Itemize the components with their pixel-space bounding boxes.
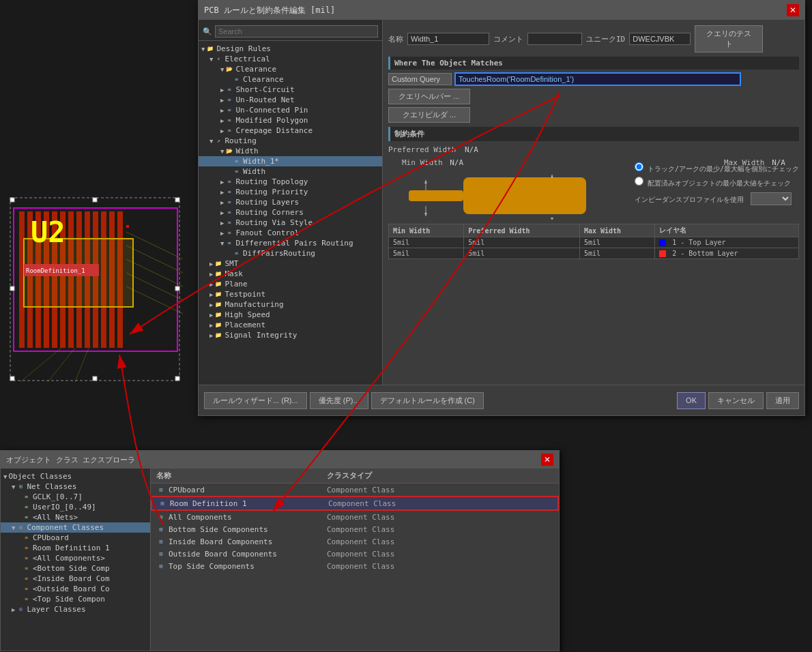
- explorer-tree-object-classes[interactable]: ▼ Object Classes: [1, 471, 150, 481]
- explorer-tree-all-nets[interactable]: ≡ <All Nets>: [1, 512, 150, 522]
- tree-item-via-style[interactable]: ▶ ≡ Routing Via Style: [199, 218, 382, 228]
- tree-item-manufacturing[interactable]: ▶ 📁 Manufacturing: [199, 299, 382, 310]
- row-grid-icon: ⊞: [156, 561, 166, 571]
- tree-item-modified-polygon[interactable]: ▶ ≡ Modified Polygon: [199, 115, 382, 125]
- rule-icon: ≡: [225, 86, 233, 94]
- explorer-tree-room-def[interactable]: ≡ Room Definition 1: [1, 543, 150, 553]
- expand-arrow: ▶: [220, 117, 224, 124]
- tree-item-design-rules[interactable]: ▼ 📁 Design Rules: [199, 44, 382, 54]
- explorer-tree-inside-board[interactable]: ≡ <Inside Board Com: [1, 574, 150, 584]
- svg-rect-19: [10, 286, 14, 291]
- expand-arrow: ▼: [209, 56, 213, 63]
- explorer-tree-cpuboard[interactable]: ≡ CPUboard: [1, 533, 150, 543]
- tree-item-electrical[interactable]: ▼ ⚡ Electrical: [199, 54, 382, 64]
- explorer-body: ▼ Object Classes ▼ ⊞ Net Classes ≡ GCLK_…: [1, 469, 559, 651]
- test-query-button[interactable]: クエリのテスト: [695, 25, 763, 53]
- tree-item-clearance[interactable]: ≡ Clearance: [199, 74, 382, 85]
- explorer-row-all-components[interactable]: ⊞ All Components Component Class: [151, 511, 559, 523]
- tree-label: Routing Via Style: [235, 218, 313, 227]
- explorer-tree-component-classes[interactable]: ▼ ⊞ Component Classes: [1, 522, 150, 533]
- default-rule-button[interactable]: デフォルトルールを作成 (C): [371, 392, 484, 409]
- ok-button[interactable]: OK: [677, 392, 706, 409]
- row1-pref: 5mil: [464, 237, 580, 248]
- explorer-tree-outside-board[interactable]: ≡ <Outside Board Co: [1, 584, 150, 594]
- uniqueid-input[interactable]: [629, 33, 691, 45]
- tree-item-routing-topology[interactable]: ▶ ≡ Routing Topology: [199, 177, 382, 187]
- tree-item-clearance-group[interactable]: ▼ 📂 Clearance: [199, 64, 382, 74]
- tree-item-smt[interactable]: ▶ 📁 SMT: [199, 258, 382, 269]
- row2-max: 5mil: [579, 248, 654, 259]
- explorer-content: 名称 クラスタイプ ⊞ CPUboard Component Class ⊞ R…: [151, 469, 559, 651]
- explorer-row-bottom-side[interactable]: ⊞ Bottom Side Components Component Class: [151, 523, 559, 535]
- tree-item-placement[interactable]: ▶ 📁 Placement: [199, 320, 382, 330]
- apply-button[interactable]: 適用: [766, 392, 799, 409]
- query-builder-button[interactable]: クエリビルダ ...: [388, 107, 470, 123]
- query-helper-button[interactable]: クエリヘルパー ...: [388, 89, 470, 104]
- query-text-input[interactable]: [454, 72, 741, 86]
- radio-placed[interactable]: 配置済みオブジェクトの最小最大値をチェック: [635, 177, 799, 188]
- tree-item-creepage[interactable]: ▶ ≡ Creepage Distance: [199, 125, 382, 136]
- explorer-tree-bottom-side[interactable]: ≡ <Bottom Side Comp: [1, 563, 150, 574]
- name-input[interactable]: [407, 33, 489, 45]
- compclass-item-icon: ≡: [23, 544, 31, 552]
- explorer-tree-top-side[interactable]: ≡ <Top Side Compon: [1, 594, 150, 604]
- tree-item-routing[interactable]: ▼ ↗ Routing: [199, 136, 382, 146]
- rule-icon: ≡: [233, 158, 241, 166]
- tree-item-high-speed[interactable]: ▶ 📁 High Speed: [199, 310, 382, 320]
- tree-label: <Inside Board Com: [33, 574, 110, 583]
- tree-item-signal-integrity[interactable]: ▶ 📁 Signal Integrity: [199, 330, 382, 340]
- explorer-row-outside-board[interactable]: ⊞ Outside Board Components Component Cla…: [151, 548, 559, 560]
- pcb-svg: U2 RoomDefinition_1: [7, 191, 188, 402]
- tree-label: Width_1*: [243, 157, 279, 166]
- explorer-tree-layer-classes[interactable]: ▶ ⊞ Layer Classes: [1, 604, 150, 614]
- explorer-tree-gclk[interactable]: ≡ GCLK_[0..7]: [1, 492, 150, 502]
- svg-rect-37: [463, 177, 586, 214]
- cancel-button[interactable]: キャンセル: [708, 392, 764, 409]
- tree-item-plane[interactable]: ▶ 📁 Plane: [199, 279, 382, 289]
- tree-item-width-group[interactable]: ▼ 📂 Width: [199, 146, 382, 156]
- tree-item-unconnected-pin[interactable]: ▶ ≡ Un-Connected Pin: [199, 105, 382, 115]
- svg-rect-17: [93, 198, 97, 202]
- expand-arrow: ▼: [220, 148, 224, 155]
- impedance-select[interactable]: [751, 192, 792, 205]
- tree-item-routing-corners[interactable]: ▶ ≡ Routing Corners: [199, 207, 382, 218]
- tree-item-unrouted-net[interactable]: ▶ ≡ Un-Routed Net: [199, 95, 382, 105]
- comment-input[interactable]: [527, 33, 582, 45]
- tree-label: Routing: [224, 136, 256, 145]
- query-type-select[interactable]: Custom Query: [388, 73, 452, 85]
- tree-item-short-circuit[interactable]: ▶ ≡ Short-Circuit: [199, 85, 382, 95]
- tree-item-testpoint[interactable]: ▶ 📁 Testpoint: [199, 289, 382, 299]
- explorer-tree-net-classes[interactable]: ▼ ⊞ Net Classes: [1, 481, 150, 492]
- tree-item-diffpairsrouting[interactable]: ≡ DiffPairsRouting: [199, 248, 382, 258]
- explorer-row-top-side[interactable]: ⊞ Top Side Components Component Class: [151, 560, 559, 572]
- main-dialog-body: 🔍 ▼ 📁 Design Rules ▼ ⚡ Electrical ▼ 📂 Cl…: [199, 20, 804, 385]
- explorer-close[interactable]: ✕: [541, 454, 553, 466]
- priority-button[interactable]: 優先度 (P)...: [310, 392, 368, 409]
- tree-label: GCLK_[0..7]: [33, 492, 83, 501]
- explorer-row-inside-board[interactable]: ⊞ Inside Board Components Component Clas…: [151, 535, 559, 548]
- radio-individual[interactable]: トラック/アークの最少/最大幅を個別にチェック: [635, 162, 799, 174]
- tree-item-diff-pairs[interactable]: ▼ ≡ Differential Pairs Routing: [199, 238, 382, 248]
- main-dialog-close[interactable]: ✕: [787, 4, 799, 16]
- tree-item-routing-layers[interactable]: ▶ ≡ Routing Layers: [199, 197, 382, 207]
- radio-individual-input[interactable]: [635, 162, 643, 171]
- search-input[interactable]: [215, 25, 378, 38]
- tree-item-width1[interactable]: ≡ Width_1*: [199, 156, 382, 166]
- table-row[interactable]: 5mil 5mil 5mil 2 - Bottom Layer: [389, 248, 799, 259]
- row2-layer: 2 - Bottom Layer: [655, 248, 799, 259]
- explorer-tree-userio[interactable]: ≡ UserIO_[0..49]: [1, 502, 150, 512]
- explorer-row-room-definition[interactable]: ⊞ Room Definition 1 Component Class: [151, 496, 559, 511]
- tree-item-routing-priority[interactable]: ▶ ≡ Routing Priority: [199, 187, 382, 197]
- table-row[interactable]: 5mil 5mil 5mil 1 - Top Layer: [389, 237, 799, 248]
- explorer-tree-all-components[interactable]: ≡ <All Components>: [1, 553, 150, 563]
- tree-item-fanout[interactable]: ▶ ≡ Fanout Control: [199, 228, 382, 238]
- tree-item-mask[interactable]: ▶ 📁 Mask: [199, 269, 382, 279]
- tree-label: <Bottom Side Comp: [33, 564, 110, 573]
- radio-placed-input[interactable]: [635, 177, 643, 186]
- explorer-row-cpuboard[interactable]: ⊞ CPUboard Component Class: [151, 484, 559, 496]
- tree-item-width[interactable]: ≡ Width: [199, 166, 382, 177]
- wizard-button[interactable]: ルールウィザード... (R)...: [204, 392, 307, 409]
- svg-text:RoomDefinition_1: RoomDefinition_1: [26, 267, 85, 274]
- svg-rect-35: [126, 225, 129, 228]
- width-diagram: Min Width N/A Max Width N/A: [388, 158, 799, 220]
